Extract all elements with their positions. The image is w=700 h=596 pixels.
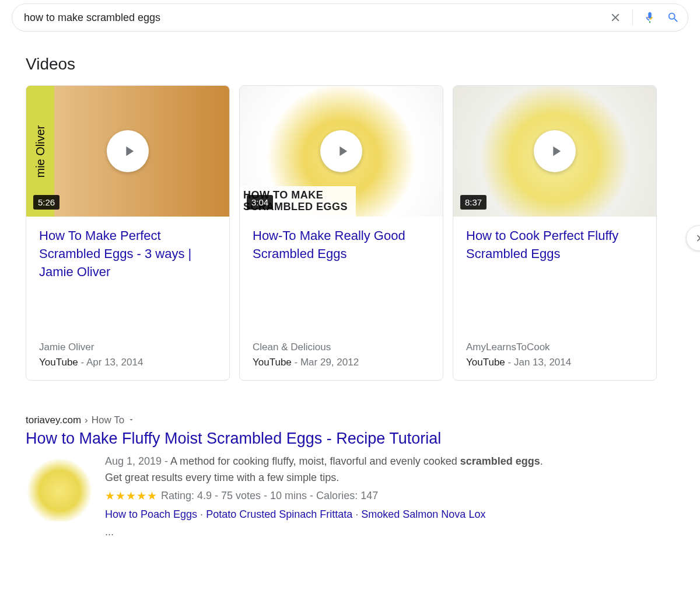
breadcrumb[interactable]: toriavey.com › How To xyxy=(26,414,562,426)
sitelinks: How to Poach Eggs · Potato Crusted Spina… xyxy=(105,507,562,523)
video-title[interactable]: How to Cook Perfect Fluffy Scrambled Egg… xyxy=(466,227,643,263)
video-channel: AmyLearnsToCook xyxy=(466,341,643,353)
videos-carousel: mie Oliver 5:26 How To Make Perfect Scra… xyxy=(26,85,700,381)
carousel-next-button[interactable] xyxy=(686,225,700,251)
breadcrumb-site: toriavey.com xyxy=(26,414,81,426)
result-thumbnail[interactable] xyxy=(26,454,93,521)
star-icon: ★★★★★ xyxy=(105,487,158,504)
result-snippet: Aug 1, 2019 - A method for cooking fluff… xyxy=(105,454,562,486)
video-thumbnail[interactable]: mie Oliver 5:26 xyxy=(26,86,229,217)
video-card[interactable]: 8:37 How to Cook Perfect Fluffy Scramble… xyxy=(453,85,657,381)
chevron-down-icon[interactable] xyxy=(128,414,135,426)
video-duration: 3:04 xyxy=(247,195,273,210)
video-title[interactable]: How To Make Perfect Scrambled Eggs - 3 w… xyxy=(39,227,216,281)
breadcrumb-separator: › xyxy=(85,414,88,426)
voice-search-icon[interactable] xyxy=(643,11,656,24)
sitelink[interactable]: Smoked Salmon Nova Lox xyxy=(361,508,485,520)
search-icon[interactable] xyxy=(667,11,680,24)
breadcrumb-category: How To xyxy=(92,414,124,426)
video-channel: Clean & Delicious xyxy=(253,341,430,353)
sitelink[interactable]: How to Poach Eggs xyxy=(105,508,197,520)
organic-result: toriavey.com › How To How to Make Fluffy… xyxy=(26,414,562,541)
result-rating: ★★★★★ Rating: 4.9 - 75 votes - 10 mins -… xyxy=(105,487,562,504)
thumb-overlay-text: mie Oliver xyxy=(34,125,47,177)
video-thumbnail[interactable]: HOW TO MAKE SCRAMBLED EGGS 3:04 xyxy=(240,86,443,217)
video-title[interactable]: How-To Make Really Good Scrambled Eggs xyxy=(253,227,430,263)
videos-heading: Videos xyxy=(26,55,700,74)
more-indicator: ... xyxy=(105,524,562,541)
play-icon[interactable] xyxy=(107,130,149,172)
video-card[interactable]: mie Oliver 5:26 How To Make Perfect Scra… xyxy=(26,85,230,381)
result-title[interactable]: How to Make Fluffy Moist Scrambled Eggs … xyxy=(26,430,562,448)
clear-icon[interactable] xyxy=(609,11,622,24)
divider xyxy=(632,9,633,26)
play-icon[interactable] xyxy=(534,130,576,172)
video-duration: 5:26 xyxy=(33,195,60,210)
video-card[interactable]: HOW TO MAKE SCRAMBLED EGGS 3:04 How-To M… xyxy=(239,85,443,381)
play-icon[interactable] xyxy=(320,130,362,172)
search-bar xyxy=(12,4,688,32)
video-thumbnail[interactable]: 8:37 xyxy=(453,86,656,217)
sitelink[interactable]: Potato Crusted Spinach Frittata xyxy=(206,508,352,520)
video-source: YouTube - Apr 13, 2014 xyxy=(39,357,216,368)
video-source: YouTube - Jan 13, 2014 xyxy=(466,357,643,368)
video-duration: 8:37 xyxy=(460,195,487,210)
video-source: YouTube - Mar 29, 2012 xyxy=(253,357,430,368)
search-input[interactable] xyxy=(24,12,609,24)
video-channel: Jamie Oliver xyxy=(39,341,216,353)
